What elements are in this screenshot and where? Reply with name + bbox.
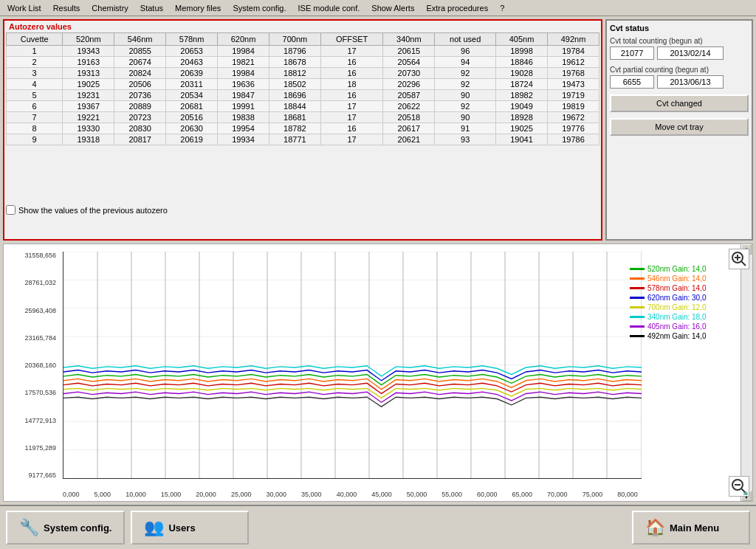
users-label: Users [168,522,195,534]
cvt-total-date[interactable] [657,46,724,60]
table-cell: 20617 [383,123,435,134]
table-cell: 20674 [114,57,166,68]
legend-item: 340nm Gain: 18,0 [630,313,727,321]
table-cell: 19984 [218,46,269,57]
table-cell: 20518 [383,112,435,123]
cvt-partial-date[interactable] [657,75,724,89]
col-405nm: 405nm [496,33,548,46]
table-cell: 20296 [383,79,435,90]
table-cell: 19231 [63,90,114,101]
main-menu-button[interactable]: 🏠 Main Menu [632,511,750,545]
menu-status[interactable]: Status [134,2,169,14]
system-config-button[interactable]: 🔧 System config. [6,511,125,545]
table-row: 2191632067420463198211867816205649418846… [7,57,599,68]
menu-memory-files[interactable]: Memory files [169,2,227,14]
table-cell: 19719 [547,90,599,101]
zoom-out-button[interactable] [729,476,749,497]
x-axis-label: 55,000 [441,491,462,498]
table-cell: 18678 [269,57,320,68]
table-cell: 19784 [547,46,599,57]
x-axis-label: 75,000 [583,491,603,498]
x-axis-label: 65,000 [512,491,533,498]
table-cell: 19313 [63,68,114,79]
legend-label: 340nm Gain: 18,0 [647,313,707,321]
menubar: Work List Results Chemistry Status Memor… [0,0,756,16]
cvt-partial-count[interactable] [610,75,654,89]
table-cell: 20619 [166,134,218,145]
legend-label: 700nm Gain: 12,0 [647,303,707,311]
x-axis-label: 70,000 [547,491,568,498]
table-cell: 91 [435,123,496,134]
system-config-label: System config. [44,522,111,534]
menu-extra-procedures[interactable]: Extra procedures [420,2,494,14]
cvt-partial-row: Cvt partial counting (begun at) [610,66,749,89]
table-cell: 16 [320,68,383,79]
x-axis-label: 50,000 [407,491,427,498]
home-icon: 🏠 [645,518,665,537]
x-axis-label: 80,000 [617,491,638,498]
table-cell: 7 [7,112,63,123]
table-row: 3193132082420639199841881216207309219028… [7,68,599,79]
table-cell: 20723 [114,112,166,123]
autozero-title: Autozero values [6,22,599,31]
menu-chemistry[interactable]: Chemistry [86,2,134,14]
menu-work-list[interactable]: Work List [1,2,47,14]
table-row: 9193182081720619199341877117206219319041… [7,134,599,145]
legend-label: 405nm Gain: 16,0 [647,322,707,331]
table-cell: 18844 [269,101,320,112]
table-cell: 19786 [547,134,599,145]
menu-ise-module[interactable]: ISE module conf. [292,2,366,14]
show-prev-checkbox[interactable] [6,205,16,215]
autozero-table-wrapper[interactable]: Cuvette 520nm 546nm 578nm 620nm 700nm OF… [6,32,599,202]
users-button[interactable]: 👥 Users [131,511,249,545]
table-cell: 18696 [269,90,320,101]
table-cell: 19049 [496,101,548,112]
table-cell: 4 [7,79,63,90]
menu-results[interactable]: Results [47,2,86,14]
legend-label: 492nm Gain: 14,0 [647,332,707,340]
table-cell: 92 [435,68,496,79]
menu-help[interactable]: ? [494,2,510,14]
table-cell: 19025 [63,79,114,90]
x-axis-label: 60,000 [477,491,498,498]
table-cell: 17 [320,46,383,57]
bottom-toolbar: 🔧 System config. 👥 Users 🏠 Main Menu [0,505,756,549]
legend-item: 700nm Gain: 12,0 [630,303,727,311]
cvt-changed-button[interactable]: Cvt changed [610,94,749,112]
table-cell: 19954 [218,123,269,134]
show-prev-label: Show the values of the previous autozero [18,206,168,215]
table-cell: 16 [320,123,383,134]
table-row: 8193302083020630199541878216206179119025… [7,123,599,134]
legend-color-bar [630,335,645,337]
cvt-total-count[interactable] [610,46,654,60]
table-cell: 6 [7,101,63,112]
table-cell: 18724 [496,79,548,90]
chart-legend: 520nm Gain: 14,0546nm Gain: 14,0578nm Ga… [627,259,730,348]
menu-show-alerts[interactable]: Show Alerts [365,2,420,14]
table-cell: 20615 [383,46,435,57]
table-cell: 1 [7,46,63,57]
cvt-move-button[interactable]: Move cvt tray [610,118,749,136]
legend-label: 620nm Gain: 30,0 [647,294,707,302]
table-cell: 19318 [63,134,114,145]
table-row: 5192312073620534198471869616205879018982… [7,90,599,101]
menu-system-config[interactable]: System config. [227,2,292,14]
table-cell: 19672 [547,112,599,123]
table-cell: 18 [320,79,383,90]
x-axis-label: 45,000 [371,491,392,498]
col-340nm: 340nm [383,33,435,46]
legend-color-bar [630,325,645,328]
table-cell: 20889 [114,101,166,112]
table-cell: 5 [7,90,63,101]
zoom-in-button[interactable] [729,249,749,269]
table-cell: 19819 [547,101,599,112]
show-prev-row: Show the values of the previous autozero [6,205,599,215]
table-cell: 96 [435,46,496,57]
chart-scrollbar[interactable]: ▲ ▼ [740,244,752,501]
table-cell: 19163 [63,57,114,68]
cvt-partial-inputs [610,75,749,89]
autozero-panel: Autozero values Cuvette 520nm 546nm 578n… [3,19,602,241]
table-cell: 20855 [114,46,166,57]
table-cell: 16 [320,90,383,101]
table-cell: 20534 [166,90,218,101]
